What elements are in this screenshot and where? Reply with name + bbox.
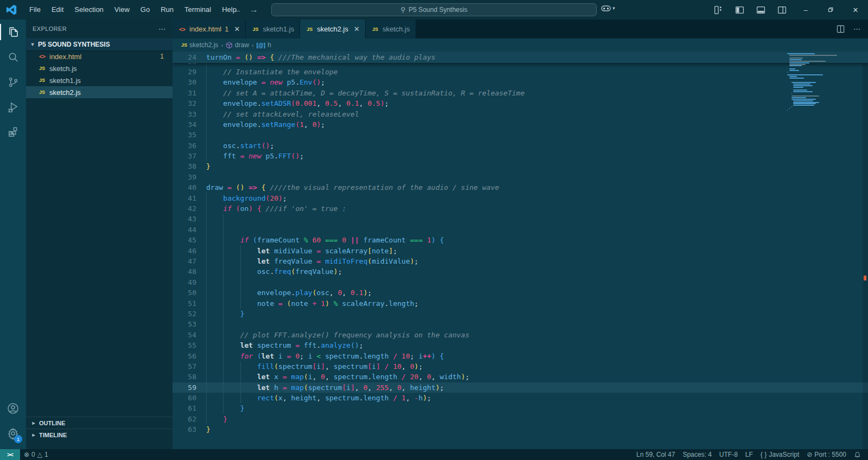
scrollbar[interactable]	[863, 52, 868, 449]
code-line-39[interactable]: 39	[173, 172, 868, 182]
status-lf[interactable]: LF	[742, 449, 757, 460]
code-line-51[interactable]: 51 note = (note + 1) % scaleArray.length…	[173, 298, 868, 308]
indent-guide	[206, 256, 207, 266]
customize-layout-icon[interactable]	[714, 5, 723, 15]
code-line-54[interactable]: 54 // plot FFT.analyze() frequency analy…	[173, 330, 868, 340]
status-bell[interactable]	[850, 449, 865, 460]
code-line-56[interactable]: 56 for (let i = 0; i < spectrum.length /…	[173, 350, 868, 361]
code-line-35[interactable]: 35	[173, 130, 868, 140]
code-line-38[interactable]: 38}	[173, 161, 868, 171]
minimize-button[interactable]: –	[793, 0, 818, 20]
code-line-33[interactable]: 33 // set attackLevel, releaseLevel	[173, 108, 868, 119]
code-line-32[interactable]: 32 envelope.setADSR(0.001, 0.5, 0.1, 0.5…	[173, 98, 868, 108]
code-line-58[interactable]: 58 let x = map(i, 0, spectrum.length / 2…	[173, 372, 868, 382]
status-javascript[interactable]: { }JavaScript	[757, 449, 803, 460]
extensions-icon[interactable]	[0, 119, 26, 144]
code-line-60[interactable]: 60 rect(x, height, spectrum.length / 1, …	[173, 393, 868, 403]
status-port-5500[interactable]: ⊘Port : 5500	[803, 449, 850, 460]
settings-gear-icon[interactable]: 1	[0, 421, 26, 446]
code-line-30[interactable]: 30 envelope = new p5.Env();	[173, 77, 868, 87]
toggle-secondary-sidebar-icon[interactable]	[777, 5, 787, 15]
breadcrumb-item-sketch2.js[interactable]: JSsketch2.js	[181, 41, 218, 49]
code-line-40[interactable]: 40draw = () => { ////the visual represen…	[173, 182, 868, 193]
code-line-57[interactable]: 57 fill(spectrum[i], spectrum[i] / 10, 0…	[173, 361, 868, 372]
code-line-31[interactable]: 31 // set A = attackTime, D = decayTime,…	[173, 88, 868, 98]
code-editor[interactable]: 27 //watch the youtube video in the link…	[173, 52, 868, 449]
code-line-46[interactable]: 46 let midiValue = scaleArray[note];	[173, 245, 868, 255]
menu-run[interactable]: Run	[155, 0, 179, 20]
project-section-header[interactable]: ▾ P5 SOUND SYNTHESIS	[26, 38, 173, 50]
forward-arrow-icon[interactable]: →	[250, 5, 258, 15]
indent-guide	[223, 403, 224, 413]
tab-index.html[interactable]: <>index.html1✕	[173, 20, 246, 39]
code-line-36[interactable]: 36 osc.start();	[173, 140, 868, 151]
minimap-line	[789, 64, 806, 65]
close-button[interactable]: ✕	[843, 0, 868, 20]
file-row-sketch1.js[interactable]: JSsketch1.js	[26, 74, 173, 86]
code-line-55[interactable]: 55 let spectrum = fft.analyze();	[173, 340, 868, 350]
status-ln-59-col-47[interactable]: Ln 59, Col 47	[633, 449, 679, 460]
menu-edit[interactable]: Edit	[46, 0, 69, 20]
menu-file[interactable]: File	[24, 0, 46, 20]
code-line-29[interactable]: 29 // Instantiate the envelope	[173, 67, 868, 77]
problems-indicator[interactable]: ⊗ 0 △ 1	[20, 449, 52, 460]
status-spaces-4[interactable]: Spaces: 4	[679, 449, 715, 460]
source-control-icon[interactable]	[0, 69, 26, 94]
code-line-41[interactable]: 41 background(20);	[173, 193, 868, 203]
code-line-62[interactable]: 62 }	[173, 414, 868, 424]
sticky-scroll-line[interactable]: 24turnOn = () => { ///The mechanical way…	[173, 52, 868, 63]
code-line-63[interactable]: 63}	[173, 424, 868, 435]
run-and-debug-icon[interactable]	[0, 94, 26, 119]
editor-more-actions-icon[interactable]: ⋯	[853, 25, 860, 33]
remote-indicator[interactable]: ><	[0, 449, 20, 460]
restore-button[interactable]	[818, 0, 843, 20]
menu-selection[interactable]: Selection	[69, 0, 108, 20]
code-line-53[interactable]: 53	[173, 319, 868, 329]
file-row-sketch2.js[interactable]: JSsketch2.js	[26, 86, 173, 98]
timeline-panel-header[interactable]: ▸ TIMELINE	[26, 429, 173, 440]
menu-terminal[interactable]: Terminal	[179, 0, 216, 20]
file-row-index.html[interactable]: <>index.html1	[26, 50, 173, 62]
code-line-44[interactable]: 44	[173, 225, 868, 235]
menu-go[interactable]: Go	[135, 0, 155, 20]
tab-sketch1.js[interactable]: JSsketch1.js	[246, 20, 300, 39]
explorer-icon[interactable]	[0, 20, 26, 44]
tab-sketch.js[interactable]: JSsketch.js	[366, 20, 416, 39]
breadcrumb[interactable]: JSsketch2.js›draw›[@]h	[173, 39, 868, 52]
search-sidebar-icon[interactable]	[0, 44, 26, 69]
code-line-45[interactable]: 45 if (frameCount % 60 === 0 || frameCou…	[173, 235, 868, 245]
code-line-61[interactable]: 61 }	[173, 403, 868, 413]
breadcrumb-item-draw[interactable]: draw	[226, 41, 249, 49]
code-line-59[interactable]: 59 let h = map(spectrum[i], 0, 255, 0, h…	[173, 382, 868, 393]
breadcrumb-item-h[interactable]: [@]h	[257, 41, 271, 49]
code-line-37[interactable]: 37 fft = new p5.FFT();	[173, 151, 868, 161]
code-line-49[interactable]: 49	[173, 277, 868, 288]
minimap-line	[792, 106, 792, 107]
code-line-34[interactable]: 34 envelope.setRange(1, 0);	[173, 119, 868, 130]
sticky-line-number: 24	[173, 53, 196, 61]
file-row-sketch.js[interactable]: JSsketch.js	[26, 62, 173, 74]
bell-icon	[854, 451, 861, 458]
toggle-primary-sidebar-icon[interactable]	[735, 5, 744, 15]
code-line-52[interactable]: 52 }	[173, 309, 868, 319]
explorer-more-actions-icon[interactable]: ⋯	[158, 25, 166, 33]
code-line-47[interactable]: 47 let freqValue = midiToFreq(midiValue)…	[173, 256, 868, 266]
tab-close-icon[interactable]: ✕	[234, 25, 240, 33]
copilot-menu[interactable]: ▾	[601, 4, 615, 12]
split-editor-icon[interactable]	[837, 25, 845, 33]
toggle-panel-icon[interactable]	[756, 5, 765, 15]
code-line-48[interactable]: 48 osc.freq(freqValue);	[173, 266, 868, 277]
back-arrow-icon[interactable]: ←	[233, 5, 242, 15]
outline-panel-header[interactable]: ▸ OUTLINE	[26, 417, 173, 429]
code-line-43[interactable]: 43	[173, 214, 868, 224]
accounts-icon[interactable]	[0, 396, 26, 421]
indent-guide	[223, 235, 224, 245]
code-line-50[interactable]: 50 envelope.play(osc, 0, 0.1);	[173, 288, 868, 298]
tab-close-icon[interactable]: ✕	[354, 25, 360, 33]
status-utf-8[interactable]: UTF-8	[716, 449, 742, 460]
menu-view[interactable]: View	[109, 0, 135, 20]
tab-sketch2.js[interactable]: JSsketch2.js✕	[300, 20, 366, 39]
code-line-42[interactable]: 42 if (on) { ///if 'on' = true :	[173, 203, 868, 214]
indent-guide	[223, 393, 224, 403]
command-center-search[interactable]: ⚲ P5 Sound Synthesis	[271, 3, 597, 16]
